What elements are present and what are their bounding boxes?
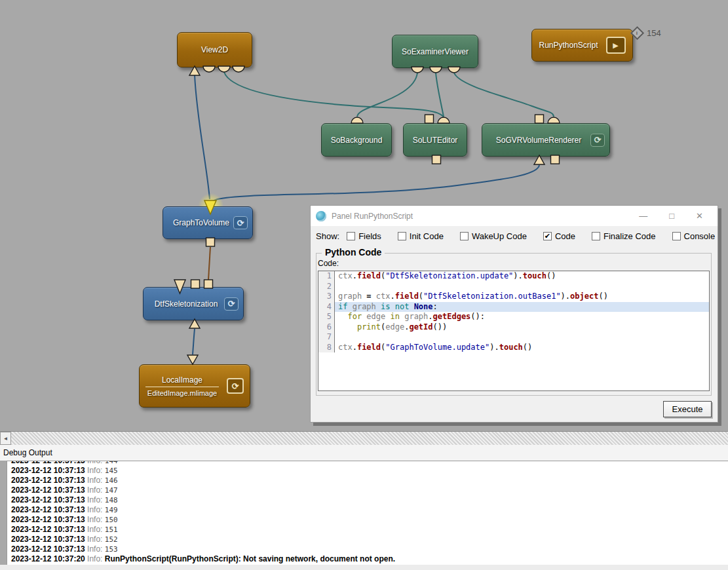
maximize-button[interactable]: □ [669, 211, 674, 221]
node-label: SoGVRVolumeRenderer [496, 136, 582, 145]
node-runpythonscript[interactable]: RunPythonScript ▶ [531, 29, 633, 62]
checkbox-box[interactable] [398, 232, 406, 240]
code-line: 7 [318, 332, 709, 343]
checkbox-label: Finalize Code [603, 231, 656, 241]
connector-triangle [189, 319, 200, 328]
refresh-icon[interactable]: ⟳ [227, 378, 244, 394]
info-marker: i 154 [632, 28, 661, 38]
node-label: GraphToVolume [173, 218, 229, 227]
close-button[interactable]: ✕ [696, 211, 703, 221]
node-sogvrvolumerenderer[interactable]: SoGVRVolumeRenderer ⟳ [482, 123, 610, 157]
connector-square [535, 115, 544, 123]
horizontal-scrollbar[interactable]: ◄ [0, 431, 728, 446]
refresh-icon[interactable]: ⟳ [224, 297, 239, 311]
refresh-icon[interactable]: ⟳ [590, 134, 605, 147]
checkbox-code[interactable]: ✔ Code [543, 231, 575, 241]
status-strip [0, 565, 728, 570]
minimize-button[interactable]: — [639, 211, 647, 221]
code-line: 5 for edge in graph.getEdges(): [318, 312, 709, 322]
checkbox-box[interactable] [672, 232, 681, 240]
show-label: Show: [316, 231, 339, 241]
log-entry: 2023-12-12 10:37:13 Info: 144 [11, 461, 728, 466]
checkbox-box-checked[interactable]: ✔ [543, 232, 552, 240]
connector-dome [548, 117, 560, 123]
debug-log-area[interactable]: 2023-12-12 10:37:13 Info: 1442023-12-12 … [7, 461, 728, 565]
node-sobackground[interactable]: SoBackground [321, 123, 392, 157]
checkbox-console[interactable]: Console [672, 231, 716, 241]
node-label: SoExaminerViewer [402, 47, 469, 56]
code-line: 8ctx.field("GraphToVolume.update").touch… [318, 343, 709, 353]
checkbox-init-code[interactable]: Init Code [398, 231, 444, 241]
log-entry: 2023-12-12 10:37:13 Info: 150 [11, 515, 728, 525]
connector-triangle [189, 66, 200, 75]
debug-output-title: Debug Output [3, 448, 52, 457]
checkbox-label: Console [684, 231, 716, 241]
checkbox-wakeup-code[interactable]: WakeUp Code [460, 231, 527, 241]
node-soexaminerviewer[interactable]: SoExaminerViewer [392, 35, 478, 68]
checkbox-box[interactable] [347, 232, 355, 240]
code-line: 3graph = ctx.field("DtfSkeletonization.o… [318, 292, 709, 302]
node-label: SoBackground [331, 136, 383, 145]
edge-sobackground-soexaminer [357, 73, 417, 117]
log-entry: 2023-12-12 10:37:13 Info: 145 [11, 466, 728, 476]
node-label: SoLUTEditor [413, 136, 458, 145]
node-label: DtfSkeletonization [155, 299, 218, 309]
debug-log-list: 2023-12-12 10:37:13 Info: 1442023-12-12 … [7, 461, 728, 564]
show-options-row: Show: Fields Init Code WakeUp Code ✔ Cod… [311, 226, 718, 246]
log-entry: 2023-12-12 10:37:13 Info: 151 [11, 525, 728, 535]
node-view2d[interactable]: View2D [177, 32, 252, 67]
log-entry: 2023-12-12 10:37:13 Info: 152 [11, 535, 728, 544]
node-label: View2D [201, 45, 228, 54]
log-entry: 2023-12-12 10:37:13 Info: 146 [11, 476, 728, 485]
groupbox-title: Python Code [322, 247, 385, 257]
refresh-icon[interactable]: ⟳ [233, 216, 248, 229]
connector-dome [438, 117, 450, 123]
panel-runpythonscript: Panel RunPythonScript — □ ✕ Show: Fields… [310, 205, 718, 423]
edge-graphtovolume-view2d [195, 75, 210, 199]
log-entry: 2023-12-12 10:37:13 Info: 153 [11, 544, 728, 554]
node-label: RunPythonScript [539, 41, 598, 50]
code-line: 6 print(edge.getId()) [318, 322, 709, 333]
node-dtfskeletonization[interactable]: DtfSkeletonization ⟳ [143, 287, 244, 320]
connector-triangle [187, 355, 198, 364]
checkbox-box[interactable] [592, 232, 600, 240]
play-icon[interactable]: ▶ [606, 37, 626, 54]
checkbox-fields[interactable]: Fields [347, 231, 381, 241]
node-graphtovolume[interactable]: GraphToVolume ⟳ [163, 206, 253, 239]
node-soluteditor[interactable]: SoLUTEditor [403, 123, 467, 157]
log-entry: 2023-12-12 10:37:13 Info: 148 [11, 495, 728, 505]
edge-solutedit-soexaminer [436, 73, 444, 117]
checkbox-label: WakeUp Code [472, 231, 527, 241]
edge-localimage-dtf [193, 329, 195, 354]
edge-solutedit-view2d [224, 72, 444, 117]
code-field-label: Code: [318, 259, 339, 268]
checkbox-finalize-code[interactable]: Finalize Code [592, 231, 656, 241]
node-sublabel: EditedImage.mlimage [147, 389, 217, 397]
checkbox-label: Fields [358, 231, 381, 241]
mevislab-icon [316, 211, 326, 221]
panel-title: Panel RunPythonScript [332, 212, 639, 221]
code-line: 1ctx.field("DtfSkeletonization.update").… [318, 271, 709, 282]
edge-graphtovolume-sogvr [211, 165, 539, 203]
edge-graphtovolume-dtf [208, 247, 210, 280]
code-editor[interactable]: 1ctx.field("DtfSkeletonization.update").… [318, 271, 710, 391]
panel-titlebar[interactable]: Panel RunPythonScript — □ ✕ [311, 206, 718, 226]
diamond-info-icon: i [630, 26, 644, 40]
node-label: LocalImage [162, 375, 202, 385]
connector-square [425, 115, 434, 123]
connector-dome [351, 117, 363, 123]
node-localimage[interactable]: LocalImage EditedImage.mlimage ⟳ [139, 364, 250, 408]
python-code-groupbox: Python Code Code: 1ctx.field("DtfSkeleto… [316, 253, 712, 396]
execute-button[interactable]: Execute [663, 401, 712, 417]
edge-sogvr-soexaminer [454, 73, 554, 117]
code-line: 4if graph is not None: [318, 302, 709, 313]
debug-output-header: Debug Output [0, 445, 728, 461]
scroll-left-arrow-icon[interactable]: ◄ [0, 432, 11, 445]
checkbox-box[interactable] [460, 232, 469, 240]
info-marker-value: 154 [647, 28, 661, 38]
log-entry: 2023-12-12 10:37:13 Info: 149 [11, 505, 728, 515]
checkbox-label: Code [555, 231, 575, 241]
log-entry: 2023-12-12 10:37:20 Info: RunPythonScrip… [11, 554, 728, 564]
connector-triangle [534, 155, 545, 164]
code-line: 2 [318, 282, 709, 292]
